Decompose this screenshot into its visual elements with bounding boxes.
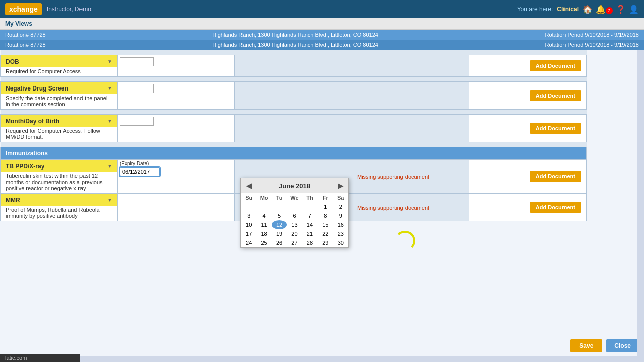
expiry-input-tb[interactable] bbox=[120, 167, 160, 176]
cal-week-row: 10111213141516 bbox=[241, 220, 348, 229]
user-icon[interactable]: 👤 bbox=[629, 5, 639, 14]
cal-day-cell[interactable]: 8 bbox=[317, 211, 333, 220]
add-doc-btn-mmr[interactable]: Add Document bbox=[530, 202, 581, 213]
add-doc-btn-dob[interactable]: Add Document bbox=[530, 60, 581, 71]
cal-day-cell[interactable]: 23 bbox=[333, 229, 348, 238]
flag-icon-mmr: ▼ bbox=[107, 197, 112, 203]
req-header-tb: TB PPD/X-ray ▼ bbox=[1, 160, 117, 172]
date-input-cell-drug bbox=[118, 81, 235, 109]
cal-day-cell[interactable]: 11 bbox=[256, 220, 271, 229]
cal-week-row: 12 bbox=[241, 202, 348, 211]
cal-day-th: Th bbox=[302, 193, 317, 202]
cal-day-cell[interactable]: 19 bbox=[272, 229, 287, 238]
cal-day-cell[interactable]: 4 bbox=[256, 211, 271, 220]
cal-day-cell[interactable]: 12 bbox=[272, 220, 287, 229]
clinical-link[interactable]: Clinical bbox=[557, 6, 579, 13]
add-doc-btn-mdb[interactable]: Add Document bbox=[530, 123, 581, 134]
cal-day-cell bbox=[302, 202, 317, 211]
cal-day-cell bbox=[241, 202, 256, 211]
date-input-drug[interactable] bbox=[120, 84, 154, 93]
cal-day-cell[interactable]: 15 bbox=[317, 220, 333, 229]
expiry-label-tb: (Expiry Date) bbox=[120, 161, 232, 166]
footer-text: latic.com bbox=[5, 355, 27, 361]
cal-day-cell[interactable]: 18 bbox=[256, 229, 271, 238]
cal-day-cell[interactable]: 30 bbox=[333, 238, 348, 247]
cal-month-year: June 2018 bbox=[279, 182, 310, 190]
flag-icon-mdb: ▼ bbox=[107, 118, 112, 124]
cal-day-cell[interactable]: 28 bbox=[302, 238, 317, 247]
cal-day-su: Su bbox=[241, 193, 256, 202]
cal-day-cell[interactable]: 3 bbox=[241, 211, 256, 220]
notif-count: 2 bbox=[606, 7, 613, 14]
action-cell-mmr: Add Document bbox=[469, 193, 587, 221]
my-views-link[interactable]: My Views bbox=[5, 20, 32, 27]
scroll-bar[interactable] bbox=[637, 50, 644, 356]
cal-day-cell[interactable]: 1 bbox=[317, 202, 333, 211]
cal-day-cell[interactable]: 24 bbox=[241, 238, 256, 247]
cal-day-cell[interactable]: 6 bbox=[287, 211, 302, 220]
status-cell-dob bbox=[352, 55, 469, 76]
date-input-cell-mmr bbox=[118, 193, 235, 221]
cal-day-cell[interactable]: 9 bbox=[333, 211, 348, 220]
rotation-id-2: Rotation# 87728 bbox=[5, 42, 46, 48]
rotation-period-2: Rotation Period 9/10/2018 - 9/19/2018 bbox=[545, 42, 639, 48]
cal-week-row: 24252627282930 bbox=[241, 238, 348, 247]
main-content: DOB ▼ Required for Computer Access Add D… bbox=[0, 50, 644, 356]
close-button[interactable]: Close bbox=[606, 339, 639, 352]
cal-next-button[interactable]: ▶ bbox=[338, 182, 343, 190]
status-cell-mdb bbox=[352, 114, 469, 142]
cal-day-cell[interactable]: 22 bbox=[317, 229, 333, 238]
date-input-dob[interactable] bbox=[120, 57, 154, 66]
cal-day-cell[interactable]: 26 bbox=[272, 238, 287, 247]
rotation-location-2: Highlands Ranch, 1300 Highlands Ranch Bl… bbox=[212, 42, 378, 48]
req-desc-dob: Required for Computer Access bbox=[1, 67, 117, 76]
question-icon[interactable]: ❓ bbox=[616, 5, 626, 14]
add-doc-btn-drug[interactable]: Add Document bbox=[530, 90, 581, 101]
req-header-mmr: MMR ▼ bbox=[1, 194, 117, 206]
cal-day-cell bbox=[256, 202, 271, 211]
save-button[interactable]: Save bbox=[570, 339, 602, 352]
cal-day-cell[interactable]: 21 bbox=[302, 229, 317, 238]
top-bar: xchange Instructor, Demo: You are here: … bbox=[0, 0, 644, 18]
cal-day-cell[interactable]: 16 bbox=[333, 220, 348, 229]
bottom-bar: Save Close bbox=[570, 335, 639, 356]
action-cell-mdb: Add Document bbox=[469, 114, 587, 142]
cal-day-fr: Fr bbox=[317, 193, 333, 202]
bell-icon[interactable]: 🔔2 bbox=[596, 5, 613, 14]
top-icons: 🏠 🔔2 ❓ 👤 bbox=[583, 5, 639, 14]
footer-bar: latic.com bbox=[0, 354, 80, 362]
cal-day-cell[interactable]: 25 bbox=[256, 238, 271, 247]
immunizations-label: Immunizations bbox=[6, 150, 48, 157]
req-cell-mmr: MMR ▼ Proof of Mumps, Rubella and Rubeol… bbox=[1, 193, 118, 221]
cal-day-cell[interactable]: 7 bbox=[302, 211, 317, 220]
cal-day-cell[interactable]: 29 bbox=[317, 238, 333, 247]
cal-day-cell[interactable]: 2 bbox=[333, 202, 348, 211]
cal-day-cell[interactable]: 13 bbox=[287, 220, 302, 229]
req-desc-tb: Tuberculin skin test within the past 12 … bbox=[1, 172, 117, 193]
action-cell-dob: Add Document bbox=[469, 55, 587, 76]
cal-day-cell[interactable]: 17 bbox=[241, 229, 256, 238]
cal-day-cell[interactable]: 5 bbox=[272, 211, 287, 220]
top-bar-right: You are here: Clinical 🏠 🔔2 ❓ 👤 bbox=[517, 5, 639, 14]
cal-day-mo: Mo bbox=[256, 193, 271, 202]
cal-day-cell[interactable]: 27 bbox=[287, 238, 302, 247]
req-header-mdb: Month/Day of Birth ▼ bbox=[1, 115, 117, 127]
app-logo[interactable]: xchange bbox=[5, 3, 42, 15]
immunizations-section-header: Immunizations bbox=[1, 147, 587, 159]
you-are-here-label: You are here: bbox=[517, 6, 553, 13]
date-input-mdb[interactable] bbox=[120, 117, 154, 126]
cal-day-we: We bbox=[287, 193, 302, 202]
my-views-bar: My Views bbox=[0, 18, 644, 30]
cal-day-cell[interactable]: 10 bbox=[241, 220, 256, 229]
verify-cell-mdb bbox=[235, 114, 352, 142]
table-row: DOB ▼ Required for Computer Access Add D… bbox=[1, 55, 587, 76]
add-doc-btn-tb[interactable]: Add Document bbox=[530, 171, 581, 182]
cal-day-cell[interactable]: 14 bbox=[302, 220, 317, 229]
cal-day-cell[interactable]: 20 bbox=[287, 229, 302, 238]
verify-cell-drug bbox=[235, 81, 352, 109]
req-desc-mdb: Required for Computer Access. Follow MM/… bbox=[1, 127, 117, 142]
cal-prev-button[interactable]: ◀ bbox=[246, 182, 252, 190]
calendar-popup: ◀ June 2018 ▶ Su Mo Tu We Th Fr Sa 12345… bbox=[240, 178, 349, 248]
home-icon[interactable]: 🏠 bbox=[583, 5, 593, 14]
req-cell-dob: DOB ▼ Required for Computer Access bbox=[1, 55, 118, 76]
